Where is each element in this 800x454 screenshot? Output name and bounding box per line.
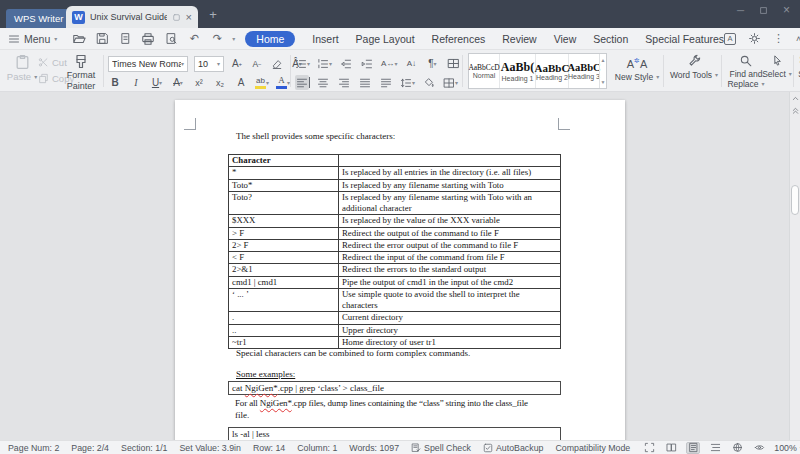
examples-heading[interactable]: Some examples: — [236, 369, 295, 379]
code-example-2[interactable]: ls -al | less — [228, 427, 561, 440]
paragraph-combined[interactable]: Special characters can be combined to fo… — [236, 348, 470, 358]
compatibility-mode-label[interactable]: Compatibility Mode — [555, 443, 630, 453]
collapse-ribbon-icon[interactable]: ˄ — [796, 34, 800, 44]
sort-button[interactable]: A↓ — [404, 56, 418, 71]
grow-font-button[interactable]: A+ — [230, 56, 244, 71]
font-color-button[interactable]: A ▾ — [276, 75, 290, 90]
zoom-level-button[interactable]: 100%▾ — [774, 443, 800, 453]
gallery-more-icon[interactable]: ▼ — [601, 79, 606, 85]
scroll-up-button[interactable] — [790, 92, 800, 104]
numbering-button[interactable]: ▾ — [317, 56, 332, 71]
word-tools-button[interactable]: Word Tools▾ — [668, 54, 720, 81]
autobackup-button[interactable]: AutoBackup — [483, 443, 543, 453]
strikethrough-button[interactable]: A▾ — [171, 75, 185, 90]
tab-page-layout[interactable]: Page Layout — [356, 33, 415, 45]
bullets-button[interactable]: ▾ — [295, 56, 310, 71]
previous-page-button[interactable] — [790, 104, 800, 116]
customize-toolbar-icon[interactable]: ▾ — [232, 35, 235, 42]
fit-page-view-icon[interactable] — [642, 442, 656, 454]
style-heading-2[interactable]: AaBbC Heading 2 — [536, 54, 569, 88]
task-window-icon[interactable]: A — [724, 33, 736, 45]
highlight-color-button[interactable]: ab ▾ — [255, 75, 269, 90]
tab-home[interactable]: Home — [245, 31, 295, 47]
status-page[interactable]: Page: 2/4 — [71, 443, 109, 453]
window-close-icon[interactable]: × — [783, 3, 790, 17]
spell-check-button[interactable]: Spell Check — [411, 443, 471, 453]
subscript-button[interactable]: x₂ — [213, 75, 227, 90]
shrink-font-button[interactable]: A− — [250, 56, 264, 71]
status-word-count[interactable]: Words: 1097 — [349, 443, 399, 453]
code-example-1[interactable]: cat NgiGen*.cpp | grep ‘class’ > class_f… — [228, 381, 561, 395]
decrease-indent-button[interactable] — [339, 56, 353, 71]
app-menu-button[interactable]: WPS Writer — [6, 9, 71, 28]
paragraph-settings-button[interactable]: ¶▾ — [425, 56, 439, 71]
styles-gallery-scroll[interactable]: ▲ ▼ — [599, 54, 606, 88]
tab-view[interactable]: View — [554, 33, 577, 45]
increase-indent-button[interactable] — [360, 56, 374, 71]
more-options-icon[interactable]: ⋮ — [773, 32, 784, 45]
shading-button[interactable] — [422, 75, 436, 90]
superscript-button[interactable]: x² — [192, 75, 206, 90]
document-page[interactable]: The shell provides some specific charact… — [175, 100, 625, 440]
scrollbar-thumb[interactable] — [791, 185, 799, 215]
gallery-up-icon[interactable]: ▲ — [601, 57, 606, 63]
tab-section[interactable]: Section — [593, 33, 628, 45]
document-tab[interactable]: W Unix Survival Guide.doc × — [66, 6, 198, 28]
tab-review[interactable]: Review — [502, 33, 536, 45]
tab-close-icon[interactable]: × — [186, 11, 192, 23]
example-description-line-2[interactable]: file. — [235, 410, 249, 420]
distribute-text-button[interactable] — [379, 75, 393, 90]
paste-button[interactable]: Paste▾ — [6, 53, 38, 82]
character-scale-button[interactable]: A↔▾ — [381, 56, 397, 71]
print-layout-view-icon[interactable] — [686, 442, 700, 454]
status-section[interactable]: Section: 1/1 — [121, 443, 167, 453]
format-painter-button[interactable]: Format Painter — [62, 53, 100, 92]
style-heading-1[interactable]: AaBb( Heading 1 — [500, 54, 536, 88]
open-file-icon[interactable] — [71, 31, 87, 47]
borders-button[interactable]: ▾ — [443, 75, 458, 90]
new-tab-button[interactable]: + — [206, 7, 220, 22]
tab-insert[interactable]: Insert — [312, 33, 338, 45]
style-heading-3[interactable]: AaBbC Heading 3 — [569, 54, 599, 88]
save-icon[interactable] — [94, 31, 110, 47]
justify-button[interactable] — [358, 75, 372, 90]
clear-formatting-button[interactable] — [270, 56, 284, 71]
text-effects-button[interactable]: A — [234, 75, 248, 90]
print-icon[interactable] — [140, 31, 156, 47]
align-right-button[interactable] — [337, 75, 351, 90]
underline-button[interactable]: U▾ — [150, 75, 164, 90]
status-column[interactable]: Column: 1 — [297, 443, 337, 453]
example-description-line-1[interactable]: For all NgiGen*.cpp files, dump lines co… — [235, 398, 528, 408]
outline-view-icon[interactable] — [708, 442, 722, 454]
clipped-tool-button[interactable]: ⌇ S — [796, 54, 800, 80]
font-name-combobox[interactable]: Times New Roma ▾ — [108, 56, 188, 72]
status-row[interactable]: Row: 14 — [253, 443, 285, 453]
status-set-value[interactable]: Set Value: 3.9in — [179, 443, 240, 453]
shell-characters-table[interactable]: Character *Is replaced by all entries in… — [228, 154, 561, 349]
align-left-button[interactable] — [295, 75, 309, 90]
status-page-num[interactable]: Page Num: 2 — [8, 443, 59, 453]
font-size-combobox[interactable]: 10 ▾ — [194, 56, 224, 72]
book-view-icon[interactable] — [664, 442, 678, 454]
menu-button[interactable]: Menu ▾ — [8, 33, 57, 45]
redo-icon[interactable]: ↷ — [209, 31, 225, 47]
tab-special-features[interactable]: Special Features — [645, 33, 724, 45]
window-maximize-icon[interactable] — [759, 6, 768, 15]
paragraph-intro[interactable]: The shell provides some specific charact… — [236, 131, 395, 141]
export-pdf-icon[interactable] — [117, 31, 133, 47]
settings-gear-icon[interactable] — [748, 32, 761, 45]
tab-references[interactable]: References — [432, 33, 486, 45]
insert-table-button[interactable] — [446, 56, 460, 71]
select-button[interactable]: Select▾ — [762, 54, 792, 80]
web-layout-view-icon[interactable] — [730, 442, 744, 454]
vertical-scrollbar[interactable] — [789, 92, 800, 440]
bold-button[interactable]: B — [108, 75, 122, 90]
align-center-button[interactable] — [316, 75, 330, 90]
eye-protection-mode-icon[interactable] — [752, 442, 766, 454]
window-minimize-icon[interactable]: ─ — [737, 5, 744, 16]
italic-button[interactable]: I — [129, 75, 143, 90]
style-normal[interactable]: AaBbCcD Normal — [469, 54, 500, 88]
line-spacing-button[interactable]: ▾ — [400, 75, 415, 90]
undo-icon[interactable]: ↶ — [186, 31, 202, 47]
new-style-button[interactable]: A✲A New Style▾ — [612, 54, 662, 82]
